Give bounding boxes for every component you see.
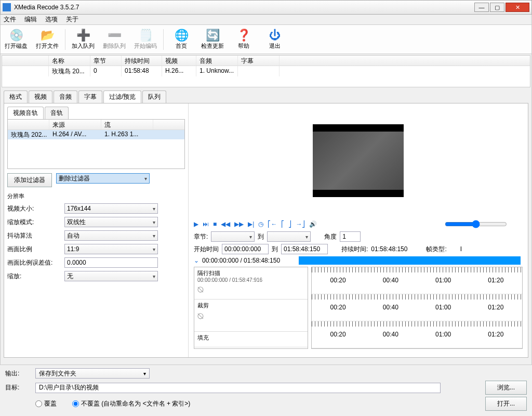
main-panel: 视频音轨 音轨 来源 流 玫瑰岛 202... H.264 / AV... 1.… (4, 103, 528, 358)
add-queue-button[interactable]: ➕加入队列 (68, 25, 99, 54)
target-label: 目标: (5, 383, 30, 392)
filter-crop[interactable]: 裁剪 ⦰ (194, 300, 308, 332)
chapter-to-select[interactable] (267, 231, 311, 242)
menu-edit[interactable]: 编辑 (24, 15, 37, 24)
resolution-group: 分辨率 视频大小:176x144 缩放模式:双线性 抖动算法自动 画面比例11:… (7, 192, 185, 281)
duration-value: 01:58:48:150 (371, 245, 407, 253)
to-label: 到 (258, 232, 264, 241)
close-button[interactable]: ✕ (506, 3, 529, 12)
timeline-ruler-area[interactable]: 00:2000:4001:0001:20 00:2000:4001:0001:2… (311, 267, 523, 349)
titlebar: XMedia Recode 3.5.2.7 — ▢ ✕ (0, 0, 532, 15)
frametype-label: 帧类型: (426, 245, 446, 254)
chapter-from-select[interactable] (211, 231, 255, 242)
bracket-close-icon[interactable]: ⎦ (288, 220, 291, 228)
output-label: 输出: (5, 369, 30, 378)
home-button[interactable]: 🌐首页 (166, 25, 197, 54)
next-icon[interactable]: ⏭ (203, 220, 209, 228)
power-icon: ⏻ (269, 29, 281, 42)
clock-icon[interactable]: ◷ (258, 220, 263, 228)
open-disc-button[interactable]: 💿打开磁盘 (1, 25, 32, 54)
preview-frame (313, 124, 404, 197)
forward-icon[interactable]: ▶▶ (234, 220, 244, 228)
col-stream[interactable]: 流 (101, 120, 153, 129)
menu-file[interactable]: 文件 (4, 15, 16, 24)
check-update-button[interactable]: 🔄检查更新 (197, 25, 228, 54)
remove-queue-button[interactable]: ➖删除队列 (99, 25, 130, 54)
play-icon[interactable]: ▶ (194, 220, 198, 228)
globe-icon: 🌐 (175, 29, 189, 42)
col-subtitle[interactable]: 字幕 (238, 56, 280, 66)
minimize-button[interactable]: — (474, 3, 489, 12)
window-buttons: — ▢ ✕ (474, 3, 529, 12)
start-time-input[interactable] (222, 244, 269, 254)
maximize-button[interactable]: ▢ (490, 3, 504, 12)
filter-list: 隔行扫描 00:00:00:000 / 01:58:47:916 ⦰ 裁剪 ⦰ … (194, 267, 308, 349)
no-overwrite-radio[interactable]: 不覆盖 (自动重命名为 <文件名 + 索引>) (72, 399, 190, 408)
target-path-input[interactable] (35, 383, 441, 393)
scale-select[interactable]: 无 (64, 271, 158, 281)
tab-subtitle[interactable]: 字幕 (78, 90, 102, 103)
aspect-err-input[interactable] (64, 257, 158, 268)
track-row[interactable]: 玫瑰岛 202... H.264 / AV... 1. H.263 1... (8, 130, 184, 139)
col-name[interactable]: 名称 (49, 56, 90, 66)
stop-icon[interactable]: ■ (213, 220, 217, 228)
eye-off-icon[interactable]: ⦰ (197, 311, 304, 322)
tab-queue[interactable]: 队列 (142, 90, 166, 103)
scale-mode-select[interactable]: 双线性 (64, 217, 158, 227)
menubar: 文件 编辑 选项 关于 (0, 15, 532, 25)
aspect-err-label: 画面比例误差值: (7, 258, 64, 267)
duration-label: 持续时间: (341, 245, 368, 254)
dither-select[interactable]: 自动 (64, 230, 158, 241)
mark-out-icon[interactable]: →⎦ (296, 220, 305, 228)
open-file-button[interactable]: 📂打开文件 (32, 25, 63, 54)
overwrite-radio[interactable]: 覆盖 (35, 399, 57, 408)
volume-icon[interactable]: 🔊 (309, 220, 317, 228)
bracket-open-icon[interactable]: ⎡ (281, 220, 284, 228)
end-time-input[interactable] (281, 244, 328, 254)
browse-button[interactable]: 浏览... (485, 381, 527, 395)
frametype-value: I (460, 245, 462, 253)
tab-video[interactable]: 视频 (29, 90, 52, 103)
output-mode-select[interactable]: 保存到文件夹 (35, 368, 150, 379)
col-audio[interactable]: 音频 (196, 56, 238, 66)
menu-about[interactable]: 关于 (66, 15, 78, 24)
eye-off-icon[interactable]: ⦰ (197, 285, 304, 296)
col-source[interactable]: 来源 (49, 120, 101, 129)
right-pane: ▶ ⏭ ■ ◀◀ ▶▶ ▶| ◷ ⎡← ⎡ ⎦ →⎦ 🔊 章节: (189, 103, 528, 357)
menu-options[interactable]: 选项 (45, 15, 58, 24)
col-duration[interactable]: 持续时间 (122, 56, 162, 66)
angle-label: 角度 (324, 232, 337, 241)
main-tabs: 格式 视频 音频 字幕 过滤/预览 队列 (4, 90, 531, 103)
separator (163, 29, 164, 50)
tab-audio[interactable]: 音频 (54, 90, 77, 103)
open-button[interactable]: 打开... (485, 397, 527, 411)
rewind-icon[interactable]: ◀◀ (221, 220, 230, 228)
progress-bar[interactable] (299, 256, 521, 265)
tab-format[interactable]: 格式 (4, 90, 28, 103)
add-filter-button[interactable]: 添加过滤器 (7, 173, 52, 187)
col-chapter[interactable]: 章节 (90, 56, 122, 66)
filter-fill[interactable]: 填充 (194, 332, 308, 347)
mark-in-icon[interactable]: ⎡← (268, 220, 277, 228)
left-pane: 视频音轨 音轨 来源 流 玫瑰岛 202... H.264 / AV... 1.… (4, 103, 189, 357)
subtab-video-track[interactable]: 视频音轨 (7, 107, 44, 119)
chevron-down-icon[interactable]: ⌄ (194, 257, 199, 264)
file-row[interactable]: 玫瑰岛 20... 0 01:58:48 H.26... 1. Unknow..… (2, 66, 530, 76)
col-video[interactable]: 视频 (162, 56, 196, 66)
help-button[interactable]: ❓帮助 (228, 25, 259, 54)
start-label: 开始时间 (194, 245, 219, 254)
volume-slider[interactable] (445, 220, 507, 228)
video-size-select[interactable]: 176x144 (64, 203, 158, 214)
subtab-audio-track[interactable]: 音轨 (45, 107, 69, 119)
cell-duration: 01:58:48 (122, 66, 162, 76)
progress-text: 00:00:00:000 / 01:58:48:150 (202, 257, 280, 264)
angle-input[interactable] (340, 231, 361, 242)
aspect-select[interactable]: 11:9 (64, 244, 158, 254)
delete-filter-button[interactable]: 删除过滤器 (56, 173, 150, 184)
start-encode-button[interactable]: 🗒️开始编码 (130, 25, 161, 54)
video-size-label: 视频大小: (7, 204, 64, 213)
tab-filter[interactable]: 过滤/预览 (103, 90, 141, 103)
step-icon[interactable]: ▶| (248, 220, 254, 228)
filter-interlace[interactable]: 隔行扫描 00:00:00:000 / 01:58:47:916 ⦰ (194, 267, 308, 300)
exit-button[interactable]: ⏻退出 (259, 25, 290, 54)
